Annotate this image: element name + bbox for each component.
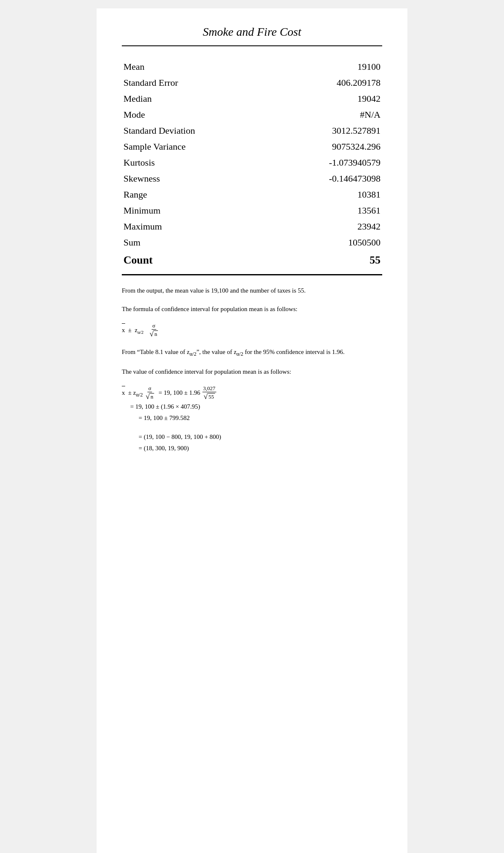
table-row: Median19042 xyxy=(122,91,382,107)
stat-label: Mode xyxy=(122,107,265,123)
xbar-symbol: x xyxy=(122,323,125,336)
stat-label: Maximum xyxy=(122,219,265,235)
table-row: Sum1050500 xyxy=(122,235,382,251)
table-row: Kurtosis-1.073940579 xyxy=(122,155,382,171)
calc-line-2: = 19, 100 ± 799.582 xyxy=(139,412,382,424)
stat-value: 10381 xyxy=(265,187,382,203)
stat-value: 23942 xyxy=(265,219,382,235)
calc-line-1: = 19, 100 ± (1.96 × 407.95) xyxy=(130,401,382,412)
table-row: Mode#N/A xyxy=(122,107,382,123)
paragraph-4: The value of confidence interval for pop… xyxy=(122,367,382,377)
stat-value: 19042 xyxy=(265,91,382,107)
table-row: Sample Variance9075324.296 xyxy=(122,139,382,155)
sigma-fraction: σ √n xyxy=(149,322,159,338)
table-row: Range10381 xyxy=(122,187,382,203)
stat-value: 13561 xyxy=(265,203,382,219)
stat-value: -1.073940579 xyxy=(265,155,382,171)
calculation-block: x ± zα/2 σ √n = 19, 100 ± 1.96 3,027 √55 xyxy=(122,385,382,454)
stat-label: Minimum xyxy=(122,203,265,219)
calc-line-main: x ± zα/2 σ √n = 19, 100 ± 1.96 3,027 √55 xyxy=(122,385,382,401)
paragraph-2: The formula of confidence interval for p… xyxy=(122,304,382,314)
calc-line-3: = (19, 100 − 800, 19, 100 + 800) xyxy=(139,431,382,443)
calc-line-4: = (18, 300, 19, 900) xyxy=(139,443,382,454)
title-divider xyxy=(122,45,382,46)
stat-value: -0.146473098 xyxy=(265,171,382,187)
table-row: Minimum13561 xyxy=(122,203,382,219)
stat-value: #N/A xyxy=(265,107,382,123)
stat-label: Sample Variance xyxy=(122,139,265,155)
page-title: Smoke and Fire Cost xyxy=(122,25,382,46)
stat-label: Kurtosis xyxy=(122,155,265,171)
table-row: Mean19100 xyxy=(122,59,382,75)
table-row: Standard Deviation3012.527891 xyxy=(122,123,382,139)
table-bottom-border xyxy=(122,274,382,275)
stat-label: Mean xyxy=(122,59,265,75)
stat-label: Median xyxy=(122,91,265,107)
stat-value: 1050500 xyxy=(265,235,382,251)
page-container: Smoke and Fire Cost Mean19100Standard Er… xyxy=(97,8,407,853)
paragraph-1: From the output, the mean value is 19,10… xyxy=(122,285,382,296)
stat-value: 19100 xyxy=(265,59,382,75)
table-row: Maximum23942 xyxy=(122,219,382,235)
stats-table: Mean19100Standard Error406.209178Median1… xyxy=(122,59,382,270)
table-row: Count55 xyxy=(122,251,382,270)
stat-label: Count xyxy=(122,251,265,270)
stat-value: 3012.527891 xyxy=(265,123,382,139)
stat-value: 406.209178 xyxy=(265,75,382,91)
table-row: Standard Error406.209178 xyxy=(122,75,382,91)
stat-label: Standard Deviation xyxy=(122,123,265,139)
formula-1: x ± zα/2 σ √n xyxy=(122,322,382,338)
paragraph-3: From “Table 8.1 value of zα/2”, the valu… xyxy=(122,347,382,358)
stat-label: Skewness xyxy=(122,171,265,187)
stat-value: 9075324.296 xyxy=(265,139,382,155)
stat-value: 55 xyxy=(265,251,382,270)
table-row: Skewness-0.146473098 xyxy=(122,171,382,187)
stat-label: Sum xyxy=(122,235,265,251)
stat-label: Range xyxy=(122,187,265,203)
stat-label: Standard Error xyxy=(122,75,265,91)
